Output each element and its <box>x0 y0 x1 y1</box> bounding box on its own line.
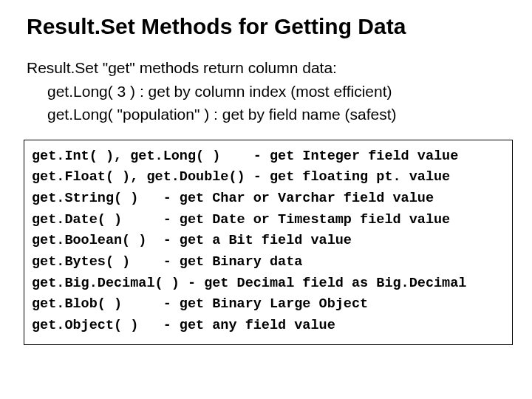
intro-line-1: Result.Set "get" methods return column d… <box>27 59 337 76</box>
code-line: get.String( ) - get Char or Varchar fiel… <box>32 188 505 210</box>
code-box: get.Int( ), get.Long( ) - get Integer fi… <box>24 140 513 345</box>
code-line: get.Object( ) - get any field value <box>32 316 505 337</box>
code-line: get.Float( ), get.Double() - get floatin… <box>32 167 505 188</box>
code-line: get.Int( ), get.Long( ) - get Integer fi… <box>32 146 505 168</box>
code-line: get.Date( ) - get Date or Timestamp fiel… <box>32 210 505 231</box>
code-line: get.Big.Decimal( ) - get Decimal field a… <box>32 273 505 295</box>
code-line: get.Bytes( ) - get Binary data <box>32 252 505 273</box>
code-line: get.Blob( ) - get Binary Large Object <box>32 294 505 316</box>
code-line: get.Boolean( ) - get a Bit field value <box>32 231 505 252</box>
intro-paragraph: Result.Set "get" methods return column d… <box>27 56 516 126</box>
intro-line-2: get.Long( 3 ) : get by column index (mos… <box>27 80 516 103</box>
slide-title: Result.Set Methods for Getting Data <box>27 13 516 40</box>
intro-line-3: get.Long( "population" ) : get by field … <box>27 103 516 126</box>
slide: Result.Set Methods for Getting Data Resu… <box>0 0 532 399</box>
